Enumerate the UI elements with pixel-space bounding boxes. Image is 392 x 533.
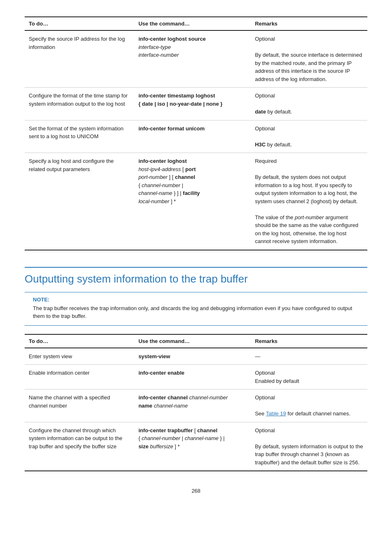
command-cell: info-center timestamp loghost { date | i… [134,88,251,121]
section-title: Outputting system information to the tra… [25,267,367,285]
todo-cell: Specify a log host and configure the rel… [25,153,134,250]
command-cell: info-center format unicom [134,120,251,153]
note-box: NOTE: The trap buffer receives the trap … [25,292,367,326]
table-row: Configure the format of the time stamp f… [25,88,367,121]
table-1: To do… Use the command… Remarks Specify … [25,16,367,250]
command-cell: info-center channel channel-number name … [134,389,251,422]
table-row: Enable information center info-center en… [25,365,367,389]
table-row: Set the format of the system information… [25,120,367,153]
table-row: Configure the channel through which syst… [25,422,367,471]
remarks-cell: Optional See Table 19 for default channe… [251,389,367,422]
page-number: 268 [25,488,367,494]
remarks-cell: Optional Enabled by default [251,365,367,389]
note-text: The trap buffer receives the trap inform… [33,304,359,320]
command-cell: system-view [134,348,251,365]
table-2: To do… Use the command… Remarks Enter sy… [25,334,367,472]
remarks-cell: — [251,348,367,365]
remarks-cell: Optional By default, system information … [251,422,367,471]
table-row: Name the channel with a specified channe… [25,389,367,422]
todo-cell: Set the format of the system information… [25,120,134,153]
table-row: Specify the source IP address for the lo… [25,30,367,88]
command-cell: info-center loghost host-ipv4-address [ … [134,153,251,250]
note-label: NOTE: [33,297,359,303]
command-cell: info-center enable [134,365,251,389]
remarks-cell: Required By default, the system does not… [251,153,367,250]
todo-cell: Name the channel with a specified channe… [25,389,134,422]
table19-link[interactable]: Table 19 [266,410,286,417]
col-remarks: Remarks [251,17,367,30]
table-row: Specify a log host and configure the rel… [25,153,367,250]
todo-cell: Enable information center [25,365,134,389]
todo-cell: Configure the format of the time stamp f… [25,88,134,121]
remarks-cell: Optional H3C by default. [251,120,367,153]
col-remarks: Remarks [251,334,367,348]
col-command: Use the command… [134,334,251,348]
todo-cell: Configure the channel through which syst… [25,422,134,471]
command-cell: info-center loghost source interface-typ… [134,30,251,88]
col-command: Use the command… [134,17,251,30]
table-row: Enter system view system-view — [25,348,367,365]
col-todo: To do… [25,334,134,348]
col-todo: To do… [25,17,134,30]
remarks-cell: Optional date by default. [251,88,367,121]
remarks-cell: Optional By default, the source interfac… [251,30,367,88]
todo-cell: Specify the source IP address for the lo… [25,30,134,88]
todo-cell: Enter system view [25,348,134,365]
command-cell: info-center trapbuffer [ channel { chann… [134,422,251,471]
